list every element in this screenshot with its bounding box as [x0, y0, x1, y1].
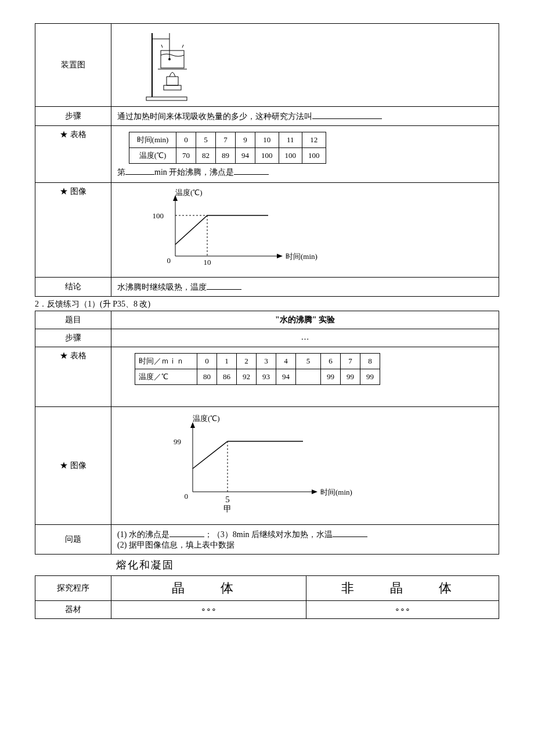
row-title-label: 题目 [35, 311, 111, 329]
t1-time-6: 12 [302, 132, 326, 148]
t2-temp-6: 99 [321, 369, 341, 385]
t1-temp-6: 100 [302, 148, 326, 164]
q1: (1) 水的沸点是；（3）8min 后继续对水加热，水温 [117, 528, 493, 540]
head-crystal: 晶 体 [111, 576, 306, 601]
t2-temp-3: 93 [257, 369, 276, 385]
t1-time-2: 7 [216, 132, 236, 148]
row-equip-label: 器材 [35, 601, 111, 619]
t1-temp-1: 82 [196, 148, 216, 164]
blank-boil-point[interactable] [234, 166, 269, 175]
time-header: 时间(min) [129, 132, 176, 148]
row-step-label: 步骤 [35, 107, 111, 126]
svg-text:10: 10 [204, 258, 211, 267]
t1-temp-3: 94 [236, 148, 255, 164]
t2-temp-2: 92 [237, 369, 257, 385]
t1-temp-0: 70 [176, 148, 196, 164]
t2-time-7: 7 [341, 354, 360, 369]
time2-header: 时间／ｍｉｎ [135, 354, 197, 369]
row-step-content: 通过加热时间来体现吸收热量的多少，这种研究方法叫 [111, 107, 499, 126]
t2-temp-4: 94 [276, 369, 296, 385]
temperature-time-chart-1: 温度(℃) 时间(min) 100 0 10 [140, 186, 326, 273]
t2-temp-7: 99 [341, 369, 360, 385]
svg-text:99: 99 [174, 437, 181, 446]
apparatus-diagram-icon [135, 27, 204, 103]
row-table2-content: 时间／ｍｉｎ 0 1 2 3 4 5 6 7 8 温度／℃ 80 86 92 9… [111, 347, 499, 407]
t2-time-2: 2 [237, 354, 257, 369]
q2: (2) 据甲图像信息，填上表中数据 [117, 540, 493, 550]
blank-concl[interactable] [207, 281, 241, 290]
svg-text:100: 100 [153, 211, 164, 220]
t2-temp-5-blank[interactable] [296, 369, 321, 385]
data-table-2: 时间／ｍｉｎ 0 1 2 3 4 5 6 7 8 温度／℃ 80 86 92 9… [135, 353, 380, 385]
svg-marker-13 [277, 254, 283, 258]
svg-line-8 [161, 45, 163, 48]
row-proc-label: 探究程序 [35, 576, 111, 601]
row-table-label: ★ 表格 [35, 126, 111, 183]
t2-time-0: 0 [197, 354, 217, 369]
svg-marker-22 [190, 422, 195, 428]
t2-time-6: 6 [321, 354, 341, 369]
ylabel: 温度(℃) [175, 188, 203, 197]
between-line: 2．反馈练习（1）(升 P35、8 改) [35, 299, 499, 309]
t2-time-5: 5 [296, 354, 321, 369]
svg-text:甲: 甲 [223, 505, 232, 513]
t1-temp-4: 100 [255, 148, 279, 164]
svg-text:0: 0 [185, 492, 189, 501]
head-noncrystal: 非 晶 体 [306, 576, 499, 601]
svg-rect-7 [164, 85, 181, 90]
t1-time-3: 9 [236, 132, 255, 148]
t2-temp-0: 80 [197, 369, 217, 385]
blank-bp[interactable] [169, 528, 204, 537]
svg-text:温度(℃): 温度(℃) [193, 414, 220, 423]
row-table2-label: ★ 表格 [35, 347, 111, 407]
title-text: "水的沸腾" 实验 [275, 315, 335, 324]
row-q-content: (1) 水的沸点是；（3）8min 后继续对水加热，水温 (2) 据甲图像信息，… [111, 525, 499, 555]
xlabel: 时间(min) [286, 252, 317, 261]
svg-text:0: 0 [167, 256, 171, 265]
equip-crystal: ∘∘∘ [111, 601, 306, 619]
text-mid: min 开始沸腾，沸点是 [154, 168, 234, 177]
equip-noncrystal: ∘∘∘ [306, 601, 499, 619]
row-q-label: 问题 [35, 525, 111, 555]
t1-temp-5: 100 [279, 148, 302, 164]
step-text: 通过加热时间来体现吸收热量的多少，这种研究方法叫 [117, 112, 312, 121]
svg-line-9 [182, 45, 183, 48]
section-title: 熔化和凝固 [116, 558, 499, 572]
svg-rect-5 [161, 51, 184, 68]
row-apparatus-content [111, 24, 499, 107]
row-graph-label: ★ 图像 [35, 183, 111, 278]
row-title-content: "水的沸腾" 实验 [111, 311, 499, 329]
row-apparatus-label: 装置图 [35, 24, 111, 107]
row-concl-label: 结论 [35, 278, 111, 297]
concl-text: 水沸腾时继续吸热，温度 [117, 283, 207, 291]
temperature-time-chart-2: 温度(℃) 时间(min) 99 0 5 甲 [146, 411, 355, 515]
svg-point-4 [168, 58, 171, 60]
temp-header: 温度(℃) [129, 148, 176, 164]
row-concl-content: 水沸腾时继续吸热，温度 [111, 278, 499, 297]
row-table-content: 时间(min) 0 5 7 9 10 11 12 温度(℃) 70 82 89 … [111, 126, 499, 183]
q1a: (1) 水的沸点是 [117, 530, 169, 539]
t2-temp-1: 86 [217, 369, 237, 385]
temp2-header: 温度／℃ [135, 369, 197, 385]
blank-method[interactable] [312, 110, 382, 119]
t1-temp-2: 89 [216, 148, 236, 164]
data-table-1: 时间(min) 0 5 7 9 10 11 12 温度(℃) 70 82 89 … [129, 132, 326, 164]
t2-time-8: 8 [360, 354, 380, 369]
t1-time-5: 11 [279, 132, 302, 148]
row-graph2-label: ★ 图像 [35, 407, 111, 525]
q1b: ；（3）8min 后继续对水加热，水温 [204, 530, 333, 539]
t1-time-0: 0 [176, 132, 196, 148]
svg-text:5: 5 [225, 495, 230, 504]
blank-aftertemp[interactable] [333, 528, 367, 537]
experiment-table-1: 装置图 [35, 23, 499, 297]
row-step2-content: … [111, 329, 499, 347]
t2-time-1: 1 [217, 354, 237, 369]
blank-boil-min[interactable] [125, 166, 154, 175]
boil-line: 第min 开始沸腾，沸点是 [117, 166, 493, 178]
melting-table: 探究程序 晶 体 非 晶 体 器材 ∘∘∘ ∘∘∘ [35, 575, 499, 619]
t2-time-4: 4 [276, 354, 296, 369]
row-step2-label: 步骤 [35, 329, 111, 347]
t1-time-1: 5 [196, 132, 216, 148]
t2-time-3: 3 [257, 354, 276, 369]
row-graph2-content: 温度(℃) 时间(min) 99 0 5 甲 [111, 407, 499, 525]
